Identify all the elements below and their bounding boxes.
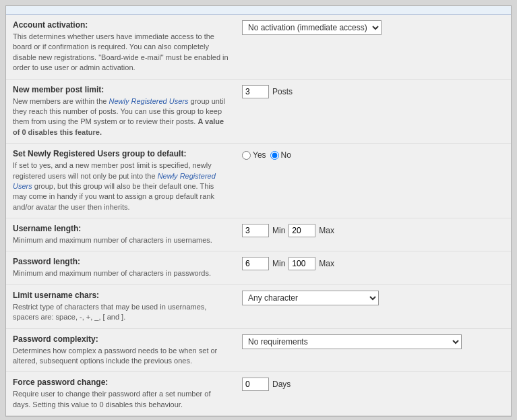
username-length-min-label: Min [272, 226, 285, 235]
settings-table: Account activation:This determines wheth… [6, 15, 511, 416]
new-member-post-limit-input[interactable] [242, 85, 269, 98]
username-length-max-label: Max [319, 226, 334, 235]
limit-username-chars-select[interactable]: Any characterAlpha onlyAlpha + spacers o… [242, 291, 379, 305]
field-label: Limit username chars: [13, 291, 229, 300]
field-label: Password length: [13, 257, 229, 266]
field-label: Password complexity: [13, 334, 229, 344]
settings-row: Limit username chars:Restrict type of ch… [6, 284, 511, 328]
settings-row: Password length:Minimum and maximum numb… [6, 251, 511, 284]
field-label: Force password change: [13, 378, 229, 387]
account-activation-select[interactable]: No activation (immediate access)Email ac… [242, 20, 382, 35]
field-label: Username length: [13, 224, 229, 233]
settings-row: Set Newly Registered Users group to defa… [6, 144, 511, 218]
password-length-min-label: Min [272, 259, 285, 268]
force-password-change-unit: Days [272, 380, 291, 389]
settings-row: New member post limit:New members are wi… [6, 79, 511, 144]
username-length-min-input[interactable] [242, 224, 269, 237]
section-title [6, 6, 511, 15]
field-description: New members are within the Newly Registe… [13, 97, 225, 136]
field-description: Minimum and maximum number of characters… [13, 269, 211, 277]
settings-row: Password complexity:Determines how compl… [6, 328, 511, 372]
field-description: Determines how complex a password needs … [13, 347, 217, 365]
new-member-post-limit-unit: Posts [272, 87, 293, 96]
field-label: New member post limit: [13, 85, 229, 94]
field-label: Set Newly Registered Users group to defa… [13, 149, 229, 158]
password-complexity-select[interactable]: No requirementsMust contain lettersMust … [242, 334, 462, 349]
field-description: Minimum and maximum number of characters… [13, 236, 212, 244]
password-length-max-input[interactable] [288, 257, 315, 270]
set-newly-registered-default-radio-input-no[interactable] [270, 151, 279, 160]
force-password-change-input[interactable] [242, 378, 269, 391]
settings-panel: Account activation:This determines wheth… [5, 5, 512, 417]
field-description: If set to yes, and a new member post lim… [13, 161, 216, 211]
field-description: Restrict type of characters that may be … [13, 303, 206, 321]
field-label: Account activation: [13, 20, 229, 30]
set-newly-registered-default-radio-label-no: No [281, 150, 291, 160]
set-newly-registered-default-radio-input-yes[interactable] [242, 151, 251, 160]
set-newly-registered-default-radio-no[interactable]: No [270, 150, 291, 160]
password-length-max-label: Max [319, 259, 334, 268]
set-newly-registered-default-radio-label-yes: Yes [253, 150, 266, 160]
set-newly-registered-default-radio-yes[interactable]: Yes [242, 150, 266, 160]
field-description: This determines whether users have immed… [13, 32, 229, 71]
field-description: Require user to change their password af… [13, 390, 211, 408]
settings-row: Account activation:This determines wheth… [6, 15, 511, 79]
username-length-max-input[interactable] [288, 224, 315, 237]
settings-row: Username length:Minimum and maximum numb… [6, 218, 511, 251]
settings-row: Force password change:Require user to ch… [6, 372, 511, 416]
password-length-min-input[interactable] [242, 257, 269, 270]
